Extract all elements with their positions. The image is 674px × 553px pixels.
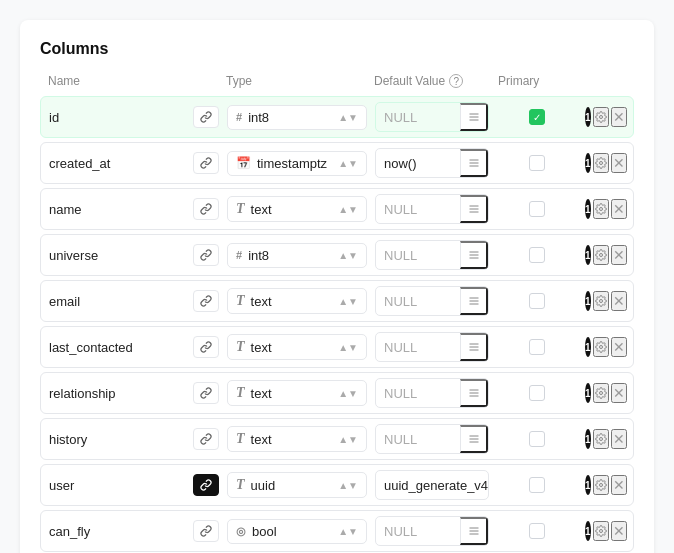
header-primary: Primary xyxy=(498,74,578,88)
actions-cell: 1 ✕ xyxy=(585,337,625,357)
name-cell: id xyxy=(49,106,219,128)
chevron-icon: ▲▼ xyxy=(338,480,358,491)
badge: 1 xyxy=(585,475,591,495)
badge: 1 xyxy=(585,521,591,541)
actions-cell: 1 ✕ xyxy=(585,199,625,219)
delete-button[interactable]: ✕ xyxy=(611,383,627,403)
type-cell[interactable]: T uuid ▲▼ xyxy=(227,472,367,498)
default-menu-button[interactable] xyxy=(460,287,488,315)
gear-button[interactable] xyxy=(593,245,609,265)
actions-cell: 1 ✕ xyxy=(585,153,625,173)
type-name: text xyxy=(251,202,333,217)
default-menu-button[interactable] xyxy=(460,103,488,131)
link-icon xyxy=(200,387,212,399)
primary-cell[interactable] xyxy=(497,155,577,171)
type-cell[interactable]: T text ▲▼ xyxy=(227,196,367,222)
gear-button[interactable] xyxy=(593,337,609,357)
gear-button[interactable] xyxy=(593,107,609,127)
badge: 1 xyxy=(585,153,591,173)
link-icon xyxy=(200,157,212,169)
delete-button[interactable]: ✕ xyxy=(611,199,627,219)
primary-cell[interactable] xyxy=(497,339,577,355)
primary-checkbox[interactable] xyxy=(529,293,545,309)
type-cell[interactable]: # int8 ▲▼ xyxy=(227,243,367,268)
link-button[interactable] xyxy=(193,428,219,450)
link-button[interactable] xyxy=(193,244,219,266)
default-menu-button[interactable] xyxy=(460,333,488,361)
header-name: Name xyxy=(48,74,218,88)
link-button[interactable] xyxy=(193,106,219,128)
column-name: relationship xyxy=(49,386,116,401)
default-cell: NULL xyxy=(375,516,489,546)
default-menu-button[interactable] xyxy=(460,425,488,453)
gear-icon xyxy=(595,111,607,123)
type-cell[interactable]: T text ▲▼ xyxy=(227,334,367,360)
primary-checkbox[interactable] xyxy=(529,431,545,447)
link-button[interactable] xyxy=(193,336,219,358)
delete-button[interactable]: ✕ xyxy=(611,429,627,449)
hash-icon: # xyxy=(236,111,242,123)
gear-button[interactable] xyxy=(593,153,609,173)
primary-checkbox[interactable] xyxy=(529,523,545,539)
primary-cell[interactable] xyxy=(497,523,577,539)
primary-checkbox[interactable] xyxy=(529,339,545,355)
primary-checkbox[interactable] xyxy=(529,385,545,401)
gear-button[interactable] xyxy=(593,199,609,219)
primary-cell[interactable] xyxy=(497,477,577,493)
default-menu-button[interactable] xyxy=(460,241,488,269)
default-cell: NULL xyxy=(375,378,489,408)
column-name: id xyxy=(49,110,59,125)
chevron-icon: ▲▼ xyxy=(338,250,358,261)
default-menu-button[interactable] xyxy=(460,517,488,545)
gear-button[interactable] xyxy=(593,429,609,449)
default-menu-button[interactable] xyxy=(460,379,488,407)
link-button[interactable] xyxy=(193,382,219,404)
link-button[interactable] xyxy=(193,474,219,496)
primary-cell[interactable] xyxy=(497,247,577,263)
primary-cell[interactable] xyxy=(497,385,577,401)
name-cell: last_contacted xyxy=(49,336,219,358)
primary-cell[interactable]: ✓ xyxy=(497,109,577,125)
delete-button[interactable]: ✕ xyxy=(611,291,627,311)
primary-cell[interactable] xyxy=(497,293,577,309)
type-cell[interactable]: 📅 timestamptz ▲▼ xyxy=(227,151,367,176)
chevron-icon: ▲▼ xyxy=(338,342,358,353)
default-menu-button[interactable] xyxy=(460,149,488,177)
type-cell[interactable]: # int8 ▲▼ xyxy=(227,105,367,130)
link-button[interactable] xyxy=(193,520,219,542)
type-cell[interactable]: T text ▲▼ xyxy=(227,288,367,314)
primary-checkbox[interactable] xyxy=(529,247,545,263)
delete-button[interactable]: ✕ xyxy=(611,475,627,495)
delete-button[interactable]: ✕ xyxy=(611,107,627,127)
gear-button[interactable] xyxy=(593,383,609,403)
primary-checkbox[interactable] xyxy=(529,201,545,217)
type-name: uuid xyxy=(251,478,333,493)
delete-button[interactable]: ✕ xyxy=(611,337,627,357)
gear-button[interactable] xyxy=(593,521,609,541)
primary-cell[interactable] xyxy=(497,201,577,217)
type-name: timestamptz xyxy=(257,156,332,171)
primary-checkbox[interactable] xyxy=(529,155,545,171)
default-menu-button[interactable] xyxy=(460,195,488,223)
type-cell[interactable]: T text ▲▼ xyxy=(227,380,367,406)
primary-cell[interactable] xyxy=(497,431,577,447)
actions-cell: 1 ✕ xyxy=(585,521,625,541)
type-cell[interactable]: T text ▲▼ xyxy=(227,426,367,452)
primary-checkbox[interactable] xyxy=(529,477,545,493)
default-cell: NULL xyxy=(375,102,489,132)
type-cell[interactable]: ◎ bool ▲▼ xyxy=(227,519,367,544)
svg-point-15 xyxy=(599,254,602,257)
table-row: id # int8 ▲▼ NULL ✓ 1 xyxy=(40,96,634,138)
link-button[interactable] xyxy=(193,152,219,174)
delete-button[interactable]: ✕ xyxy=(611,521,627,541)
chevron-icon: ▲▼ xyxy=(338,204,358,215)
gear-button[interactable] xyxy=(593,291,609,311)
link-button[interactable] xyxy=(193,198,219,220)
delete-button[interactable]: ✕ xyxy=(611,245,627,265)
default-value: uuid_generate_v4( xyxy=(376,473,489,498)
gear-button[interactable] xyxy=(593,475,609,495)
columns-container: Columns Name Type Default Value ? Primar… xyxy=(20,20,654,553)
primary-checkbox[interactable]: ✓ xyxy=(529,109,545,125)
delete-button[interactable]: ✕ xyxy=(611,153,627,173)
link-button[interactable] xyxy=(193,290,219,312)
